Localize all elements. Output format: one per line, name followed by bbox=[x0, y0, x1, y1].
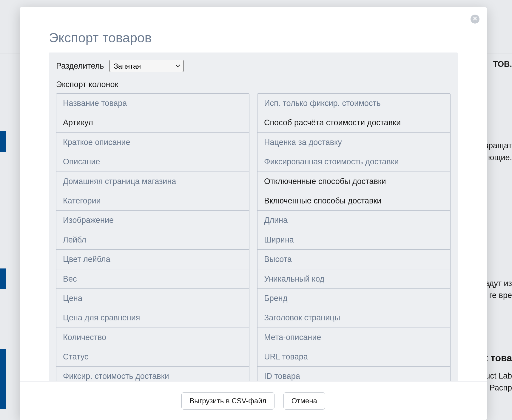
column-item-right-2[interactable]: Наценка за доставку bbox=[257, 133, 450, 152]
delimiter-select[interactable]: Запятая bbox=[109, 60, 184, 72]
bg-sidebar-highlight-2 bbox=[0, 268, 6, 289]
column-item-left-13[interactable]: Статус bbox=[56, 347, 249, 367]
export-csv-button[interactable]: Выгрузить в CSV-файл bbox=[181, 392, 274, 410]
column-item-right-5[interactable]: Включенные способы доставки bbox=[257, 191, 450, 211]
columns-right: Исп. только фиксир. стоимостьСпособ расч… bbox=[257, 93, 451, 386]
modal-footer: Выгрузить в CSV-файл Отмена bbox=[20, 381, 487, 420]
delimiter-row: Разделитель Запятая bbox=[56, 60, 451, 72]
column-item-right-6[interactable]: Длина bbox=[257, 211, 450, 230]
column-item-left-10[interactable]: Цена bbox=[56, 289, 249, 308]
column-item-right-3[interactable]: Фиксированная стоимость доставки bbox=[257, 152, 450, 172]
column-item-right-12[interactable]: Мета-описание bbox=[257, 328, 450, 347]
export-products-modal: Экспорт товаров Разделитель Запятая Эксп… bbox=[20, 7, 487, 420]
column-item-left-0[interactable]: Название товара bbox=[56, 94, 249, 113]
column-item-left-11[interactable]: Цена для сравнения bbox=[56, 308, 249, 328]
bg-paragraph-1b: ющие. bbox=[488, 152, 512, 164]
column-item-left-3[interactable]: Описание bbox=[56, 152, 249, 172]
column-item-left-2[interactable]: Краткое описание bbox=[56, 133, 249, 152]
column-item-right-13[interactable]: URL товара bbox=[257, 347, 450, 367]
close-button[interactable] bbox=[471, 15, 479, 24]
column-item-right-7[interactable]: Ширина bbox=[257, 230, 450, 250]
column-item-left-5[interactable]: Категории bbox=[56, 191, 249, 211]
bg-heading-2: к това bbox=[483, 353, 512, 364]
columns-left: Название товараАртикулКраткое описаниеОп… bbox=[56, 93, 249, 386]
bg-paragraph-3a: uct Lab bbox=[485, 370, 512, 382]
column-item-left-9[interactable]: Вес bbox=[56, 269, 249, 289]
column-item-left-12[interactable]: Количество bbox=[56, 328, 249, 347]
column-item-left-8[interactable]: Цвет лейбла bbox=[56, 250, 249, 269]
columns-container: Название товараАртикулКраткое описаниеОп… bbox=[56, 93, 451, 386]
export-columns-label: Экспорт колонок bbox=[56, 80, 451, 89]
bg-sidebar-highlight-3 bbox=[0, 349, 6, 409]
bg-paragraph-3b: Распр bbox=[490, 382, 512, 394]
column-item-right-1[interactable]: Способ расчёта стоимости доставки bbox=[257, 113, 450, 132]
column-item-left-6[interactable]: Изображение bbox=[56, 211, 249, 230]
column-item-left-4[interactable]: Домашняя страница магазина bbox=[56, 172, 249, 191]
column-item-right-0[interactable]: Исп. только фиксир. стоимость bbox=[257, 94, 450, 113]
column-item-left-1[interactable]: Артикул bbox=[56, 113, 249, 132]
cancel-button[interactable]: Отмена bbox=[283, 392, 325, 410]
delimiter-label: Разделитель bbox=[56, 61, 104, 71]
export-panel: Разделитель Запятая Экспорт колонок Назв… bbox=[49, 52, 458, 395]
column-item-right-8[interactable]: Высота bbox=[257, 250, 450, 269]
bg-top-bar-text: ТОВ. bbox=[493, 60, 512, 69]
column-item-left-7[interactable]: Лейбл bbox=[56, 230, 249, 250]
bg-paragraph-2a: адут из bbox=[485, 277, 512, 290]
bg-paragraph-2b: ге вре bbox=[489, 289, 512, 302]
bg-sidebar-highlight bbox=[0, 131, 6, 152]
column-item-right-10[interactable]: Бренд bbox=[257, 289, 450, 308]
column-item-right-9[interactable]: Уникальный код bbox=[257, 269, 450, 289]
modal-title: Экспорт товаров bbox=[49, 30, 152, 45]
delimiter-select-wrap: Запятая bbox=[109, 60, 184, 72]
column-item-right-4[interactable]: Отключенные способы доставки bbox=[257, 172, 450, 191]
column-item-right-11[interactable]: Заголовок страницы bbox=[257, 308, 450, 328]
close-icon bbox=[473, 16, 477, 22]
bg-paragraph-1a: вращат bbox=[484, 140, 512, 152]
